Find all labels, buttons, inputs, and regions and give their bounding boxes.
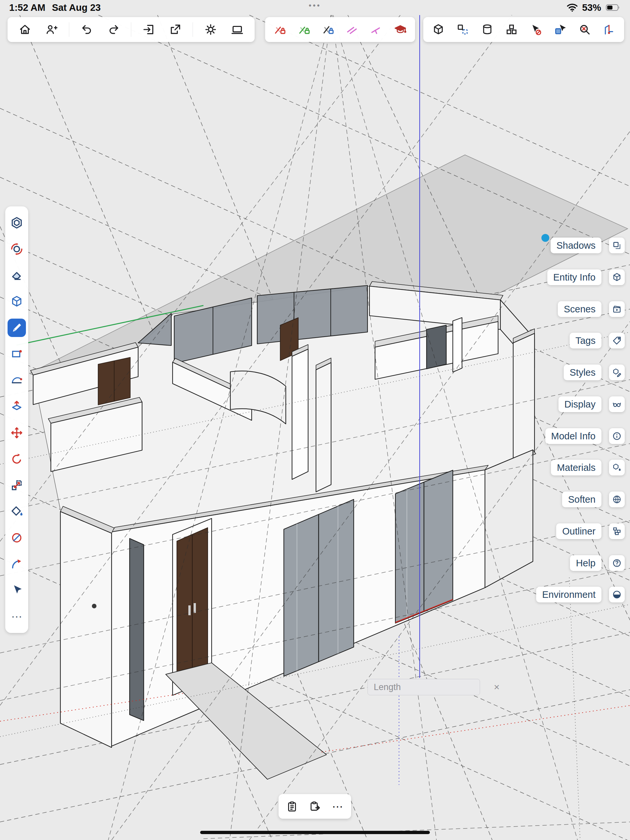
soften-label[interactable]: Soften <box>562 491 602 507</box>
scale-tool-button[interactable] <box>8 476 26 494</box>
section-icon <box>10 531 23 544</box>
instructor-icon <box>394 23 407 36</box>
deselect-button[interactable] <box>527 21 545 39</box>
devices-button[interactable] <box>228 21 246 39</box>
redo-button[interactable] <box>104 21 123 39</box>
copy-array-icon <box>456 23 469 36</box>
scenes-icon <box>612 304 622 314</box>
materials-panel-button[interactable] <box>609 460 625 475</box>
settings-button[interactable] <box>202 21 220 39</box>
gear-icon <box>204 23 217 36</box>
solid-tools-button[interactable] <box>429 21 448 39</box>
add-collaborator-button[interactable] <box>42 21 61 39</box>
inference-parallel-button[interactable] <box>343 21 361 39</box>
shadows-icon <box>612 240 622 250</box>
paint-tool-button[interactable] <box>8 502 26 521</box>
section-tool-button[interactable] <box>8 529 26 547</box>
export-icon <box>169 23 182 36</box>
tags-panel-button[interactable] <box>609 333 625 349</box>
copy-array-button[interactable] <box>453 21 472 39</box>
paste-special-button[interactable] <box>306 797 324 816</box>
export-button[interactable] <box>166 21 185 39</box>
outliner-icon <box>612 526 622 536</box>
toolbar-divider <box>131 22 131 37</box>
navigation-tool-button[interactable] <box>8 214 26 232</box>
environment-label[interactable]: Environment <box>536 587 602 602</box>
measurement-input[interactable] <box>373 682 491 693</box>
devices-icon <box>231 23 243 36</box>
materials-label[interactable]: Materials <box>551 460 602 475</box>
position-camera-icon <box>603 23 615 36</box>
eraser-icon <box>10 269 23 282</box>
soften-panel-button[interactable] <box>609 491 625 507</box>
toolbar-divider <box>193 22 193 37</box>
drawing-toolbar: ⋯ <box>5 206 28 633</box>
add-collaborator-icon <box>45 23 58 36</box>
model-canvas[interactable] <box>0 0 630 840</box>
help-panel-button[interactable] <box>609 555 625 571</box>
axis-lock-red-button[interactable] <box>271 21 289 39</box>
position-camera-button[interactable] <box>600 21 618 39</box>
rectangle-tool-button[interactable] <box>8 345 26 363</box>
materials-icon <box>612 463 622 472</box>
pencil-icon <box>10 321 23 334</box>
rotate-tool-button[interactable] <box>8 450 26 468</box>
styles-label[interactable]: Styles <box>564 365 602 380</box>
more-tools-button[interactable]: ⋯ <box>8 607 26 626</box>
select-object-button[interactable] <box>551 21 569 39</box>
styles-icon <box>612 368 622 377</box>
styles-panel-button[interactable] <box>609 365 625 380</box>
clipboard-more-label: ⋯ <box>332 803 343 810</box>
import-button[interactable] <box>139 21 158 39</box>
select-tool-button[interactable] <box>8 581 26 600</box>
environment-panel-button[interactable] <box>609 587 625 602</box>
follow-me-tool-button[interactable] <box>8 555 26 573</box>
pencil-start-point <box>92 604 96 608</box>
model-info-icon <box>612 431 622 441</box>
home-button[interactable] <box>16 21 34 39</box>
line-tool-button[interactable] <box>8 319 26 337</box>
scenes-label[interactable]: Scenes <box>558 301 602 317</box>
panel-row-soften: Soften <box>562 491 625 507</box>
rectangle-icon <box>10 347 23 361</box>
home-indicator[interactable] <box>200 831 430 834</box>
clipboard-more-button[interactable]: ⋯ <box>328 797 347 816</box>
import-icon <box>142 23 155 36</box>
move-tool-button[interactable] <box>8 424 26 442</box>
shapes-tool-button[interactable] <box>8 292 26 311</box>
model-info-panel-button[interactable] <box>609 428 625 444</box>
components-button[interactable] <box>502 21 521 39</box>
outliner-panel-button[interactable] <box>609 523 625 539</box>
inference-angle-button[interactable] <box>367 21 385 39</box>
axis-lock-blue-button[interactable] <box>319 21 337 39</box>
model-info-label[interactable]: Model Info <box>545 428 602 444</box>
outliner-label[interactable]: Outliner <box>556 523 602 539</box>
help-label[interactable]: Help <box>570 555 602 571</box>
undo-button[interactable] <box>78 21 96 39</box>
tags-label[interactable]: Tags <box>570 333 602 349</box>
toolbar-divider <box>69 22 69 37</box>
shadows-label[interactable]: Shadows <box>551 238 602 253</box>
instructor-button[interactable] <box>391 21 409 39</box>
measurement-close-button[interactable]: × <box>491 682 500 692</box>
home-icon <box>19 23 31 36</box>
soften-icon <box>612 494 622 504</box>
paste-button[interactable] <box>283 797 301 816</box>
orbit-tool-button[interactable] <box>8 240 26 258</box>
panel-row-scenes: Scenes <box>558 301 625 317</box>
entity-info-panel-button[interactable] <box>609 269 625 285</box>
cylinder-button[interactable] <box>478 21 496 39</box>
display-label[interactable]: Display <box>559 396 602 412</box>
paste-special-icon <box>309 801 321 812</box>
zoom-extents-button[interactable] <box>576 21 594 39</box>
push-pull-tool-button[interactable] <box>8 397 26 416</box>
shapes-icon <box>10 295 23 308</box>
eraser-tool-button[interactable] <box>8 266 26 284</box>
axis-lock-green-button[interactable] <box>295 21 313 39</box>
entity-info-label[interactable]: Entity Info <box>547 269 602 285</box>
shadows-panel-button[interactable] <box>609 238 625 253</box>
multitask-indicator[interactable]: ••• <box>0 1 630 10</box>
clipboard-toolbar: ⋯ <box>279 794 351 819</box>
scenes-panel-button[interactable] <box>609 301 625 317</box>
arc-tool-button[interactable] <box>8 371 26 390</box>
